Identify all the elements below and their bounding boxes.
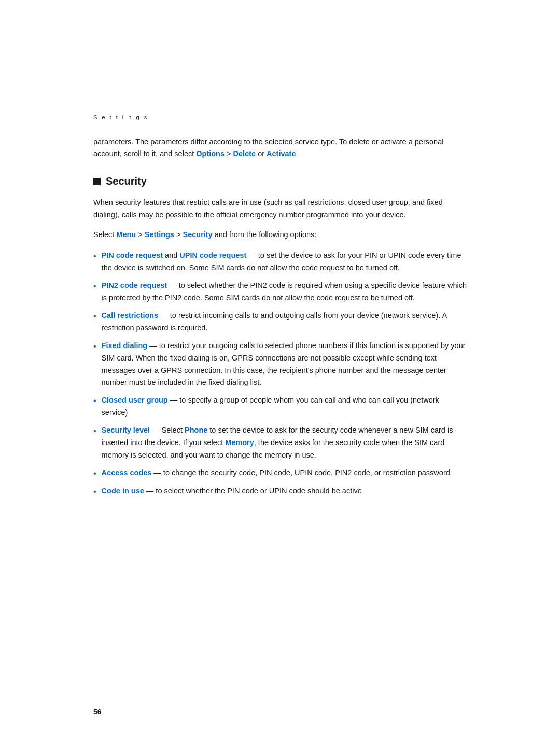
activate-link[interactable]: Activate: [267, 149, 296, 158]
settings-link[interactable]: Settings: [145, 230, 174, 239]
pin-code-request-link[interactable]: PIN code request: [102, 251, 163, 259]
page-number: 56: [93, 708, 102, 716]
bullet-content: Fixed dialing — to restrict your outgoin…: [102, 340, 467, 390]
bullet-list: • PIN code request and UPIN code request…: [93, 250, 467, 498]
bullet-text-7: — to select whether the PIN code or UPIN…: [144, 487, 362, 495]
pin2-code-request-link[interactable]: PIN2 code request: [102, 281, 167, 289]
intro-paragraph: parameters. The parameters differ accord…: [93, 136, 467, 160]
bullet-dot-icon: •: [93, 310, 96, 323]
call-restrictions-link[interactable]: Call restrictions: [102, 311, 159, 320]
settings-label: S e t t i n g s: [93, 114, 467, 120]
security-heading: Security: [93, 175, 467, 187]
bullet-text-6: — to change the security code, PIN code,…: [151, 468, 450, 477]
bullet-content: Access codes — to change the security co…: [102, 467, 467, 479]
list-item: • Closed user group — to specify a group…: [93, 394, 467, 419]
list-item: • PIN code request and UPIN code request…: [93, 250, 467, 274]
list-item: • Call restrictions — to restrict incomi…: [93, 310, 467, 335]
bullet-text-3: — to restrict your outgoing calls to sel…: [102, 341, 466, 387]
intro-separator: >: [225, 149, 233, 158]
list-item: • Security level — Select Phone to set t…: [93, 424, 467, 462]
access-codes-link[interactable]: Access codes: [102, 468, 152, 477]
select-suffix: and from the following options:: [213, 230, 317, 239]
closed-user-group-link[interactable]: Closed user group: [102, 396, 168, 404]
bullet-dot-icon: •: [93, 340, 96, 353]
delete-link[interactable]: Delete: [233, 149, 256, 158]
content-area: S e t t i n g s parameters. The paramete…: [0, 0, 560, 550]
memory-link[interactable]: Memory: [225, 438, 254, 447]
gt2: >: [174, 230, 183, 239]
phone-link[interactable]: Phone: [185, 426, 207, 434]
list-item: • Access codes — to change the security …: [93, 467, 467, 480]
bullet-dot-icon: •: [93, 467, 96, 480]
list-item: • Code in use — to select whether the PI…: [93, 485, 467, 498]
bullet-content: Call restrictions — to restrict incoming…: [102, 310, 467, 335]
security-level-link[interactable]: Security level: [102, 426, 150, 434]
bullet-dot-icon: •: [93, 280, 96, 293]
select-prefix: Select: [93, 230, 116, 239]
intro-or: or: [256, 149, 267, 158]
bullet-content: PIN code request and UPIN code request —…: [102, 250, 467, 274]
bullet-content: Code in use — to select whether the PIN …: [102, 485, 467, 497]
bullet-content: PIN2 code request — to select whether th…: [102, 280, 467, 305]
list-item: • PIN2 code request — to select whether …: [93, 280, 467, 305]
bullet-dot-icon: •: [93, 486, 96, 498]
bullet-dot-icon: •: [93, 395, 96, 407]
upin-code-request-link[interactable]: UPIN code request: [179, 251, 246, 259]
bullet-content: Closed user group — to specify a group o…: [102, 394, 467, 419]
bullet-dot-icon: •: [93, 250, 96, 262]
security-link[interactable]: Security: [183, 230, 212, 239]
code-in-use-link[interactable]: Code in use: [102, 487, 144, 495]
heading-square-icon: [93, 178, 101, 185]
bullet-content: Security level — Select Phone to set the…: [102, 424, 467, 462]
security-description: When security features that restrict cal…: [93, 197, 467, 222]
list-item: • Fixed dialing — to restrict your outgo…: [93, 340, 467, 390]
gt1: >: [136, 230, 145, 239]
intro-end: .: [296, 149, 298, 158]
fixed-dialing-link[interactable]: Fixed dialing: [102, 341, 148, 350]
select-line: Select Menu > Settings > Security and fr…: [93, 229, 467, 241]
bullet-and: and: [163, 251, 179, 259]
bullet-text-5a: — Select: [150, 426, 185, 434]
menu-link[interactable]: Menu: [116, 230, 136, 239]
page-container: S e t t i n g s parameters. The paramete…: [0, 0, 560, 747]
bullet-dot-icon: •: [93, 425, 96, 437]
options-link[interactable]: Options: [196, 149, 225, 158]
security-heading-text: Security: [106, 175, 147, 187]
